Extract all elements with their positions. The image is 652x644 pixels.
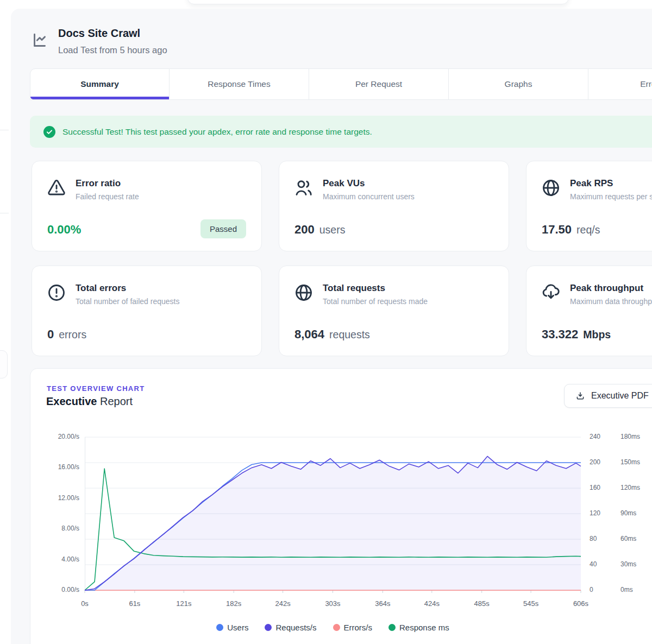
legend-label: Requests/s [275, 623, 316, 632]
metric-card-peak-vus: Peak VUs Maximum concurrent users 200 us… [279, 161, 509, 251]
metric-subtitle: Maximum data throughput [570, 297, 652, 306]
x-axis-label: 242s [266, 599, 300, 608]
y-axis-label-users: 240 [590, 433, 600, 440]
y-axis-label-users: 40 [590, 560, 597, 568]
y-axis-label-left: 4.00/s [48, 555, 79, 563]
metric-value: 200 [294, 223, 315, 237]
metric-subtitle: Total number of failed requests [76, 297, 179, 306]
legend-label: Users [227, 623, 248, 632]
x-axis-label: 545s [513, 599, 548, 608]
tab-label: Errors (0) [640, 79, 652, 89]
metric-title: Total errors [76, 283, 126, 294]
metric-title: Peak throughput [570, 283, 643, 294]
metric-value: 17.50 [542, 223, 572, 237]
chart-title-bold: Executive [46, 395, 97, 407]
x-axis-label: 303s [316, 599, 350, 608]
clipped-top-toolbar [187, 0, 569, 4]
legend-item-errors-s[interactable]: Errors/s [333, 623, 373, 632]
chart-eyebrow: TEST OVERVIEW CHART [47, 384, 145, 393]
y-axis-label-users: 80 [590, 535, 597, 542]
metric-value: 0 [47, 327, 54, 342]
legend-item-response-ms[interactable]: Response ms [388, 623, 449, 632]
y-axis-label-left: 16.00/s [48, 463, 79, 471]
overview-chart: 20.00/s16.00/s12.00/s8.00/s4.00/s0.00/s2… [85, 437, 581, 590]
metric-card-total-errors: Total errors Total number of failed requ… [32, 266, 262, 356]
y-axis-label-ms: 60ms [620, 535, 636, 542]
globe-icon [294, 283, 314, 302]
y-axis-label-users: 0 [590, 586, 593, 594]
metric-subtitle: Maximum concurrent users [323, 192, 415, 201]
y-axis-label-ms: 90ms [620, 509, 636, 517]
metric-value: 0.00% [47, 223, 81, 237]
metric-title: Total requests [323, 283, 385, 294]
metric-subtitle: Maximum requests per second [570, 192, 652, 201]
chart-title: Executive Report [46, 395, 133, 408]
active-tab-indicator [30, 97, 169, 99]
warning-triangle-icon [47, 178, 66, 198]
clipped-left-card-edge [0, 213, 9, 213]
legend-dot [333, 624, 340, 631]
check-circle-icon [43, 126, 55, 138]
overview-chart-svg [85, 437, 581, 590]
success-banner: Successful Test! This test passed your a… [30, 116, 652, 148]
x-axis-label: 0s [67, 599, 102, 608]
y-axis-label-users: 200 [590, 458, 600, 466]
tab-label: Summary [80, 79, 119, 89]
alert-circle-icon [47, 283, 66, 302]
page-subtitle: Load Test from 5 hours ago [58, 45, 167, 55]
legend-label: Response ms [399, 623, 449, 632]
metric-subtitle: Total number of requests made [323, 297, 428, 306]
y-axis-label-ms: 0ms [620, 586, 633, 594]
y-axis-label-left: 12.00/s [48, 494, 79, 502]
x-axis-label: 364s [365, 599, 400, 608]
tab-graphs[interactable]: Graphs [449, 68, 588, 100]
requests-area-fill [85, 456, 581, 590]
metric-value: 33.322 [542, 327, 578, 342]
legend-dot [265, 624, 272, 631]
x-axis-label: 424s [415, 599, 449, 608]
passed-badge: Passed [200, 219, 246, 238]
legend-label: Errors/s [344, 623, 373, 632]
clipped-left-card-edge [0, 350, 8, 378]
x-axis-label: 61s [117, 599, 152, 608]
overview-chart-card: TEST OVERVIEW CHART Executive Report Exe… [30, 368, 652, 644]
x-axis-label: 182s [216, 599, 251, 608]
y-axis-label-ms: 180ms [620, 433, 640, 440]
y-axis-label-left: 8.00/s [48, 525, 79, 532]
cloud-download-icon [541, 283, 561, 302]
metric-card-total-requests: Total requests Total number of requests … [279, 266, 509, 356]
metric-value: 8,064 [294, 327, 324, 342]
y-axis-label-ms: 120ms [620, 484, 640, 491]
x-axis-label: 485s [465, 599, 499, 608]
metric-title: Error ratio [76, 178, 121, 189]
tab-bar: Summary Response Times Per Request Graph… [30, 68, 652, 100]
legend-item-users[interactable]: Users [216, 623, 248, 632]
users-icon [294, 178, 314, 198]
tab-errors[interactable]: Errors (0) [588, 68, 652, 100]
x-axis-label: 121s [166, 599, 201, 608]
tab-summary[interactable]: Summary [30, 68, 170, 100]
page-title: Docs Site Crawl [58, 27, 140, 40]
metric-unit: req/s [576, 224, 600, 236]
y-axis-label-users: 160 [590, 484, 600, 491]
executive-pdf-button[interactable]: Executive PDF [564, 384, 652, 408]
tab-label: Per Request [355, 79, 402, 89]
legend-item-requests-s[interactable]: Requests/s [265, 623, 316, 632]
tab-label: Response Times [208, 79, 270, 89]
tab-per-request[interactable]: Per Request [309, 68, 449, 100]
y-axis-label-ms: 150ms [620, 458, 640, 466]
success-banner-text: Successful Test! This test passed your a… [62, 127, 372, 137]
metric-subtitle: Failed request rate [76, 192, 139, 201]
globe-icon [541, 178, 561, 198]
executive-pdf-label: Executive PDF [591, 391, 649, 401]
metric-title: Peak RPS [570, 178, 613, 189]
y-axis-label-left: 0.00/s [48, 586, 79, 594]
metric-unit: users [319, 224, 346, 236]
legend-dot [216, 624, 223, 631]
download-icon [575, 391, 585, 401]
metric-card-peak-rps: Peak RPS Maximum requests per second 17.… [526, 161, 652, 251]
metric-card-error-ratio: Error ratio Failed request rate 0.00% Pa… [32, 161, 262, 251]
tab-response-times[interactable]: Response Times [170, 68, 309, 100]
y-axis-label-left: 20.00/s [48, 433, 79, 440]
metric-unit: Mbps [583, 329, 611, 341]
